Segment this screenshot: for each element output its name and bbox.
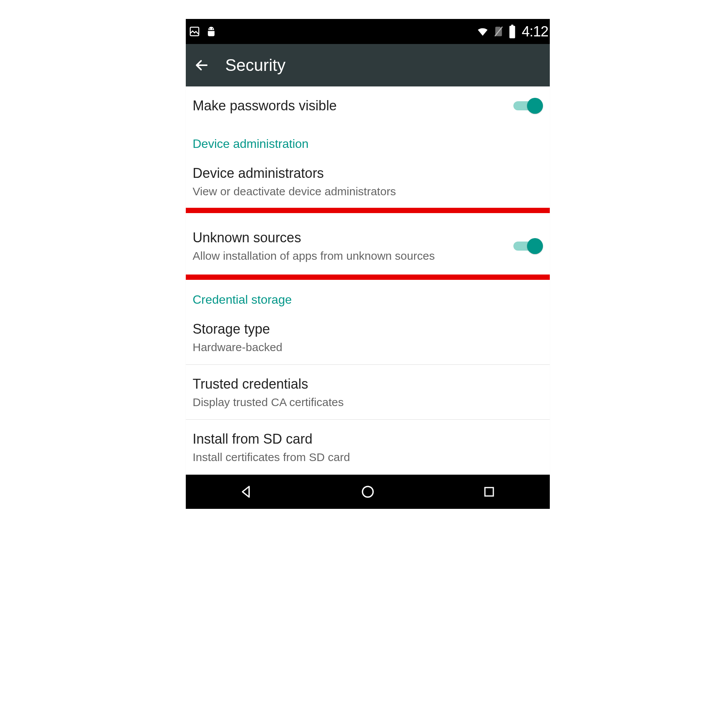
toggle-unknown-sources[interactable]: [513, 238, 543, 254]
row-title: Make passwords visible: [193, 97, 507, 114]
highlight-divider-top: [186, 208, 550, 213]
row-subtitle: Display trusted CA certificates: [193, 395, 543, 410]
highlight-divider-bottom: [186, 275, 550, 280]
back-button[interactable]: [193, 57, 210, 74]
svg-rect-5: [511, 25, 513, 27]
phone-frame: 4:12 Security Make passwords visible Dev…: [186, 19, 550, 509]
row-subtitle: Allow installation of apps from unknown …: [193, 248, 507, 263]
android-debug-icon: [206, 25, 217, 38]
row-trusted-credentials[interactable]: Trusted credentials Display trusted CA c…: [186, 365, 550, 420]
row-make-passwords-visible[interactable]: Make passwords visible: [186, 86, 550, 124]
battery-icon: [508, 25, 516, 38]
section-device-administration: Device administration: [186, 124, 550, 154]
navigation-bar: [186, 475, 550, 509]
screenshot-icon: [189, 26, 200, 37]
row-unknown-sources[interactable]: Unknown sources Allow installation of ap…: [186, 220, 550, 275]
no-sim-icon: [493, 25, 504, 38]
status-bar: 4:12: [186, 19, 550, 44]
svg-rect-4: [510, 26, 515, 38]
row-subtitle: View or deactivate device administrators: [193, 184, 543, 199]
row-install-from-sd[interactable]: Install from SD card Install certificate…: [186, 420, 550, 475]
row-subtitle: Install certificates from SD card: [193, 450, 543, 464]
app-bar: Security: [186, 44, 550, 86]
wifi-icon: [476, 25, 489, 38]
nav-back-button[interactable]: [235, 480, 258, 503]
toggle-make-passwords-visible[interactable]: [513, 98, 543, 114]
row-title: Unknown sources: [193, 229, 507, 246]
nav-home-button[interactable]: [356, 480, 379, 503]
row-title: Device administrators: [193, 165, 543, 182]
row-title: Trusted credentials: [193, 375, 543, 392]
row-device-administrators[interactable]: Device administrators View or deactivate…: [186, 154, 550, 208]
page-title: Security: [225, 56, 286, 75]
status-time: 4:12: [522, 24, 548, 40]
row-title: Install from SD card: [193, 430, 543, 447]
settings-list: Make passwords visible Device administra…: [186, 86, 550, 475]
row-title: Storage type: [193, 320, 543, 337]
svg-point-1: [209, 28, 210, 30]
svg-rect-8: [485, 488, 493, 496]
row-subtitle: Hardware-backed: [193, 340, 543, 355]
nav-recent-button[interactable]: [478, 480, 500, 503]
svg-point-2: [212, 28, 213, 30]
row-storage-type[interactable]: Storage type Hardware-backed: [186, 310, 550, 365]
section-credential-storage: Credential storage: [186, 280, 550, 310]
svg-point-7: [362, 486, 373, 497]
spacer: [186, 213, 550, 220]
